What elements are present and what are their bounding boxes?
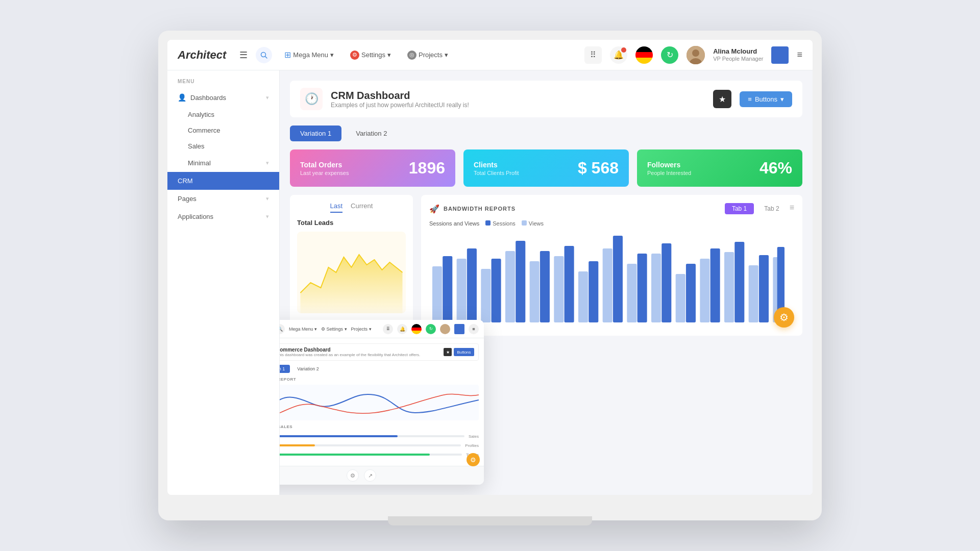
svg-rect-15 <box>554 256 564 322</box>
sidebar-item-applications[interactable]: Applications ▾ <box>167 208 279 226</box>
grid-icon: ⊞ <box>284 50 291 60</box>
inner-target-tickets: 83% Tickets <box>280 452 479 458</box>
notification-badge <box>621 47 626 53</box>
laptop-base <box>388 516 592 525</box>
settings-menu-item[interactable]: ⚙ Settings ▾ <box>346 48 395 62</box>
buttons-icon: ≡ <box>748 95 752 103</box>
sidebar-sub-analytics[interactable]: Analytics <box>167 107 279 122</box>
buttons-dropdown[interactable]: ≡ Buttons ▾ <box>740 91 792 107</box>
inner-projects: Projects ▾ <box>351 327 372 332</box>
svg-rect-12 <box>516 241 525 322</box>
page-header-icon: 🕐 <box>300 88 323 110</box>
main-container: MENU 👤 Dashboards ▾ Analytics Commerce S… <box>167 70 813 495</box>
svg-rect-24 <box>662 243 671 322</box>
apps-grid-button[interactable]: ⠿ <box>584 46 602 64</box>
variation-tab-1[interactable]: Variation 1 <box>290 126 341 141</box>
svg-rect-5 <box>432 266 442 322</box>
svg-rect-11 <box>505 251 515 322</box>
inner-targets: 65% Sales 22% <box>280 433 479 458</box>
user-info[interactable]: Alina Mclourd VP People Manager <box>713 47 763 62</box>
gear-float-button[interactable]: ⚙ <box>774 307 794 328</box>
bandwidth-tab-2[interactable]: Tab 2 <box>757 203 786 214</box>
inner-navbar: Architect 🔍 Mega Menu ▾ ⚙ Settings ▾ Pro… <box>280 320 484 338</box>
inner-target-sales: 65% Sales <box>280 433 479 439</box>
stat-card-clients: Clients Total Clients Profit $ 568 <box>463 149 629 187</box>
svg-rect-18 <box>589 261 598 322</box>
inner-page-header: 🕐 Commerce Dashboard This dashboard was … <box>280 343 479 361</box>
svg-rect-22 <box>638 254 647 322</box>
top-navbar: Architect ☰ ⊞ Mega Menu ▾ ⚙ Settings ▾ ◎… <box>167 40 813 70</box>
variation-tab-2[interactable]: Variation 2 <box>346 126 397 141</box>
svg-rect-25 <box>676 274 685 322</box>
profile-button[interactable] <box>771 46 789 64</box>
menu-dots-icon[interactable]: ≡ <box>797 49 802 60</box>
inner-bell-icon: 🔔 <box>397 324 407 334</box>
sidebar-sub-commerce[interactable]: Commerce <box>167 122 279 138</box>
inner-mega-menu: Mega Menu ▾ <box>289 327 317 332</box>
svg-rect-8 <box>467 248 477 322</box>
inner-header-title: Commerce Dashboard <box>280 347 420 353</box>
svg-rect-7 <box>457 259 467 322</box>
inner-var-tabs: Variation 1 Variation 2 <box>280 365 479 373</box>
user-name: Alina Mclourd <box>713 47 763 56</box>
avatar[interactable] <box>687 46 705 64</box>
sidebar-item-pages[interactable]: Pages ▾ <box>167 190 279 208</box>
inner-dashboard-card: Architect 🔍 Mega Menu ▾ ⚙ Settings ▾ Pro… <box>280 320 484 485</box>
inner-target-title: TARGET SALES <box>280 424 479 429</box>
page-header-text: CRM Dashboard Examples of just how power… <box>331 90 705 109</box>
inner-footer-share-icon: ↗ <box>364 469 376 482</box>
sidebar-sub-sales[interactable]: Sales <box>167 138 279 154</box>
language-flag[interactable] <box>635 46 653 64</box>
svg-rect-21 <box>627 264 636 322</box>
inner-content: 🕐 Commerce Dashboard This dashboard was … <box>280 338 484 466</box>
svg-rect-28 <box>710 248 720 322</box>
inner-avatar <box>440 324 450 334</box>
inner-header-subtitle: This dashboard was created as an example… <box>280 353 420 357</box>
star-button[interactable]: ★ <box>713 90 731 108</box>
inner-income-title: INCOME REPORT <box>280 377 479 382</box>
svg-line-1 <box>265 56 267 58</box>
leads-title: Total Leads <box>297 219 406 227</box>
clients-value: $ 568 <box>578 159 619 178</box>
inner-blue-btn <box>454 324 464 334</box>
leads-tab-current[interactable]: Current <box>351 202 373 213</box>
notification-bell[interactable]: 🔔 <box>610 46 627 64</box>
sidebar-sub-minimal[interactable]: Minimal ▾ <box>167 154 279 172</box>
mega-menu-item[interactable]: ⊞ Mega Menu ▾ <box>280 48 338 62</box>
svg-rect-31 <box>749 265 758 322</box>
content-area: 🕐 CRM Dashboard Examples of just how pow… <box>280 70 813 495</box>
clients-label: Clients <box>474 161 519 169</box>
svg-rect-14 <box>540 251 550 322</box>
bandwidth-bar-chart <box>429 231 794 328</box>
orders-value: 1896 <box>409 159 445 178</box>
svg-rect-27 <box>700 259 709 322</box>
svg-rect-30 <box>734 242 744 322</box>
followers-label: Followers <box>647 161 691 169</box>
sidebar-item-crm[interactable]: CRM <box>167 172 279 190</box>
status-indicator[interactable]: ↻ <box>661 46 678 64</box>
page-title: CRM Dashboard <box>331 90 705 102</box>
chart-menu-icon[interactable]: ≡ <box>790 203 794 214</box>
inner-gear-button[interactable]: ⚙ <box>467 453 480 466</box>
hamburger-icon[interactable]: ☰ <box>239 49 248 61</box>
rocket-icon: 🚀 <box>429 204 439 214</box>
inner-footer-settings-icon: ⚙ <box>347 469 359 482</box>
page-subtitle: Examples of just how powerful ArchitectU… <box>331 102 705 109</box>
svg-rect-26 <box>686 264 696 322</box>
svg-rect-29 <box>724 252 734 322</box>
leads-tab-last[interactable]: Last <box>330 202 343 213</box>
bandwidth-tab-1[interactable]: Tab 1 <box>725 203 754 214</box>
leads-area-chart <box>297 232 406 313</box>
clients-sub: Total Clients Profit <box>474 170 519 176</box>
inner-apps-icon: ⠿ <box>383 324 393 334</box>
svg-rect-10 <box>492 259 501 322</box>
projects-menu-item[interactable]: ◎ Projects ▾ <box>403 48 452 62</box>
stat-cards: Total Orders Last year expenses 1896 Cli… <box>290 149 802 187</box>
inner-search-icon: 🔍 <box>280 324 285 334</box>
inner-footer: ⚙ ↗ <box>280 466 484 485</box>
settings-badge: ⚙ <box>350 51 359 60</box>
sidebar-item-dashboards[interactable]: 👤 Dashboards ▾ <box>167 88 279 107</box>
search-icon[interactable] <box>256 47 272 63</box>
inner-target-profiles: 22% Profiles <box>280 442 479 448</box>
followers-sub: People Interested <box>647 170 691 176</box>
